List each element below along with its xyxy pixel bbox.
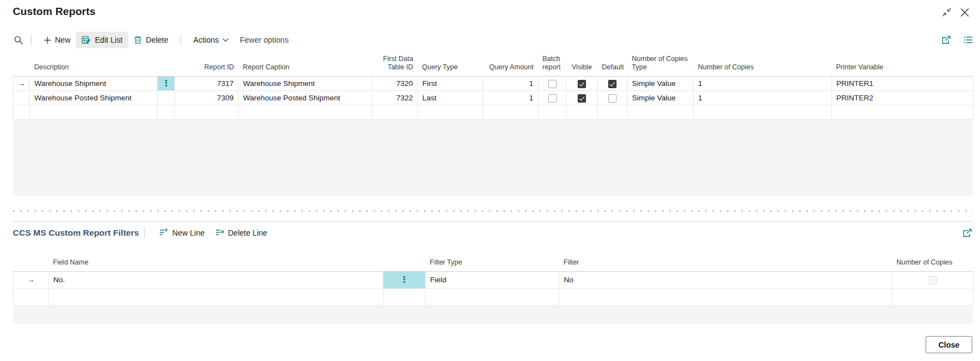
column-header-visible[interactable]: Visible <box>567 49 598 77</box>
background-panel <box>13 306 973 324</box>
visible-checkbox[interactable] <box>578 80 586 88</box>
column-header-filter-type[interactable]: Filter Type <box>426 244 559 272</box>
row-handle-cell[interactable] <box>383 289 426 306</box>
default-checkbox[interactable] <box>608 80 617 88</box>
new-line-button[interactable]: New Line <box>154 225 209 241</box>
column-header-field-name[interactable]: Field Name <box>49 244 383 272</box>
default-cell <box>598 91 628 105</box>
field-name-cell[interactable]: No. <box>49 272 383 289</box>
column-header-first-data-table-id[interactable]: First Data Table ID <box>372 49 418 77</box>
column-header-batch-report[interactable]: Batch report <box>538 49 567 77</box>
close-button[interactable]: Close <box>926 336 972 353</box>
column-header-query-amount[interactable]: Query Amount <box>483 49 538 77</box>
trash-icon <box>134 35 142 44</box>
restore-window-icon[interactable] <box>942 7 952 17</box>
column-header-query-type[interactable]: Query Type <box>418 49 483 77</box>
printer-variable-cell[interactable]: PRINTER1 <box>832 77 973 91</box>
description-cell[interactable]: Warehouse Posted Shipment <box>30 91 158 105</box>
description-cell[interactable]: Warehouse Shipment <box>30 77 158 91</box>
query-type-cell[interactable]: Last <box>418 91 483 105</box>
edit-list-button[interactable]: Edit List <box>76 32 128 48</box>
report-caption-cell[interactable] <box>239 105 372 120</box>
background-panel <box>13 120 973 196</box>
query-amount-cell[interactable]: 1 <box>483 77 538 91</box>
number-of-copies-type-cell[interactable] <box>628 105 694 120</box>
first-data-table-id-cell[interactable] <box>372 105 418 120</box>
report-id-cell[interactable]: 7309 <box>175 91 239 105</box>
row-handle-dots-icon: ⋮ <box>162 78 170 88</box>
query-amount-cell[interactable]: 1 <box>483 91 538 105</box>
report-caption-cell[interactable]: Warehouse Posted Shipment <box>239 91 372 105</box>
column-header-printer-variable[interactable]: Printer Variable <box>832 49 973 77</box>
edit-list-icon <box>82 35 91 44</box>
number-of-copies-type-cell[interactable]: Simple Value <box>628 91 694 105</box>
column-header-number-of-copies-type[interactable]: Number of Copies Type <box>628 49 694 77</box>
table-row: → No. ⋮ Field No <box>13 272 973 289</box>
share-icon[interactable] <box>941 35 952 45</box>
toolbar-right-icons <box>941 35 973 45</box>
number-of-copies-cell <box>892 272 973 289</box>
number-of-copies-type-cell[interactable]: Simple Value <box>628 77 694 91</box>
delete-button[interactable]: Delete <box>128 32 174 48</box>
column-header-number-of-copies[interactable]: Number of Copies <box>694 49 832 77</box>
description-cell[interactable] <box>30 105 158 120</box>
batch-report-checkbox[interactable] <box>548 94 557 103</box>
row-handle-cell[interactable]: ⋮ <box>383 272 426 289</box>
share-icon[interactable] <box>962 228 973 238</box>
visible-cell[interactable] <box>567 105 598 120</box>
dotted-separator <box>13 210 973 212</box>
printer-variable-cell[interactable]: PRINTER2 <box>832 91 973 105</box>
default-checkbox[interactable] <box>608 94 617 103</box>
fewer-options-button[interactable]: Fewer options <box>234 32 294 48</box>
number-of-copies-cell[interactable]: 1 <box>694 77 832 91</box>
list-view-icon[interactable] <box>964 36 973 44</box>
first-data-table-id-cell[interactable]: 7320 <box>372 77 418 91</box>
default-cell[interactable] <box>598 105 628 120</box>
query-type-cell[interactable]: First <box>418 77 483 91</box>
row-selector-cell[interactable] <box>13 289 49 306</box>
row-handle-cell[interactable] <box>158 105 175 120</box>
batch-report-checkbox[interactable] <box>548 80 557 88</box>
field-name-cell[interactable] <box>49 289 383 306</box>
report-id-cell[interactable]: 7317 <box>175 77 239 91</box>
number-of-copies-cell[interactable]: 1 <box>694 91 832 105</box>
number-of-copies-checkbox[interactable] <box>928 276 937 284</box>
column-header-description[interactable]: Description <box>30 49 158 77</box>
visible-checkbox[interactable] <box>578 94 586 103</box>
number-of-copies-cell[interactable] <box>892 289 973 306</box>
column-header-report-caption[interactable]: Report Caption <box>239 49 372 77</box>
close-window-icon[interactable] <box>960 8 969 17</box>
filter-type-cell[interactable]: Field <box>426 272 559 289</box>
report-id-cell[interactable] <box>175 105 239 120</box>
window-controls <box>942 6 969 17</box>
query-type-cell[interactable] <box>418 105 483 120</box>
row-handle-cell[interactable]: ⋮ <box>158 77 175 91</box>
table-row-empty <box>13 289 973 306</box>
filter-type-cell[interactable] <box>426 289 559 306</box>
report-caption-cell[interactable]: Warehouse Shipment <box>239 77 372 91</box>
default-cell <box>598 77 628 91</box>
custom-reports-page: Custom Reports <box>0 0 980 361</box>
current-row-indicator[interactable]: → <box>13 272 49 289</box>
column-header-number-of-copies[interactable]: Number of Copies <box>892 244 973 272</box>
delete-line-button[interactable]: Delete Line <box>210 225 272 241</box>
column-header-filter[interactable]: Filter <box>559 244 892 272</box>
delete-line-label: Delete Line <box>228 228 267 237</box>
printer-variable-cell[interactable] <box>832 105 973 120</box>
batch-report-cell[interactable] <box>538 105 567 120</box>
current-row-indicator[interactable]: → <box>13 77 30 91</box>
column-header-default[interactable]: Default <box>598 49 628 77</box>
toolbar-separator <box>31 34 32 45</box>
search-icon[interactable] <box>14 35 23 45</box>
filter-cell[interactable] <box>559 289 892 306</box>
row-handle-cell[interactable] <box>158 91 175 105</box>
new-button[interactable]: New <box>38 32 76 48</box>
column-header-report-id[interactable]: Report ID <box>175 49 239 77</box>
row-selector-cell[interactable] <box>13 91 30 105</box>
row-selector-cell[interactable] <box>13 105 30 120</box>
number-of-copies-cell[interactable] <box>694 105 832 120</box>
filter-cell[interactable]: No <box>559 272 892 289</box>
actions-menu-button[interactable]: Actions <box>188 32 234 48</box>
query-amount-cell[interactable] <box>483 105 538 120</box>
first-data-table-id-cell[interactable]: 7322 <box>372 91 418 105</box>
